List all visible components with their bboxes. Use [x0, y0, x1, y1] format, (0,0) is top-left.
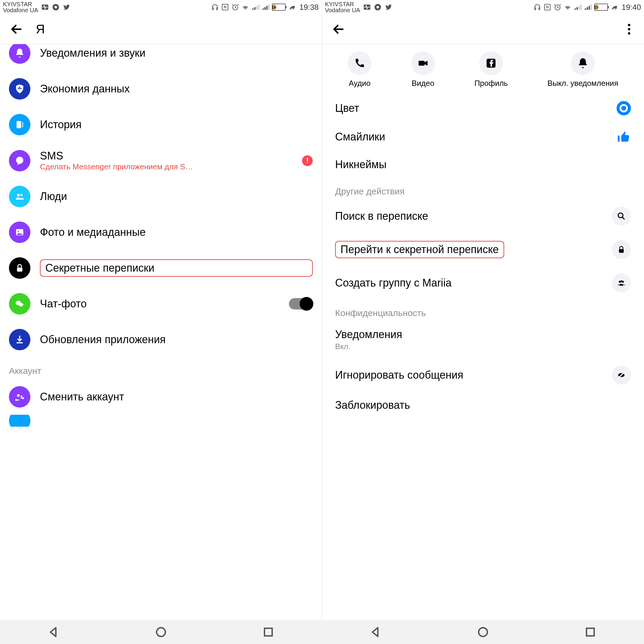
page-title: Я: [36, 22, 45, 36]
row-ignore[interactable]: Игнорировать сообщения: [322, 358, 644, 392]
row-block[interactable]: Заблокировать: [322, 392, 644, 419]
action-profile[interactable]: Профиль: [474, 51, 508, 88]
shield-icon: [9, 78, 30, 100]
item-sms[interactable]: SMS Сделать Messenger приложением для S……: [0, 143, 322, 179]
row-secret-conversation[interactable]: Перейти к секретной переписке: [322, 233, 644, 266]
svg-rect-16: [17, 268, 22, 272]
bell-icon: [571, 51, 595, 75]
svg-text:N: N: [546, 5, 549, 9]
item-story[interactable]: История: [0, 107, 322, 143]
svg-point-13: [20, 194, 23, 196]
svg-rect-6: [18, 88, 19, 89]
section-account: Аккаунт: [0, 357, 322, 379]
svg-rect-7: [19, 87, 20, 89]
more-menu-button[interactable]: [623, 23, 635, 35]
action-audio[interactable]: Аудио: [348, 51, 371, 88]
nfc-icon: N: [544, 3, 551, 11]
setting-sublabel: Вкл.: [335, 342, 350, 351]
video-icon: [411, 51, 435, 75]
header-right: [322, 14, 644, 44]
carrier-label: KYIVSTAR Vodafone UA: [3, 1, 38, 13]
item-app-updates[interactable]: Обновления приложения: [0, 322, 322, 357]
setting-label: Цвет: [335, 102, 359, 114]
signal-1-icon: [574, 3, 582, 11]
setting-label: Перейти к секретной переписке: [340, 243, 499, 256]
row-notifications[interactable]: Уведомления Вкл.: [322, 321, 644, 358]
nav-back-button[interactable]: [369, 626, 382, 639]
lock-icon: [9, 257, 30, 279]
nav-home-button[interactable]: [476, 626, 490, 639]
item-secret-conversations[interactable]: Секретные переписки: [0, 250, 322, 286]
row-color[interactable]: Цвет: [322, 94, 644, 123]
battery-indicator: 15: [594, 4, 608, 11]
item-partial-bottom[interactable]: [0, 415, 322, 427]
item-chat-photo[interactable]: Чат-фото: [0, 286, 322, 322]
status-bar: KYIVSTAR Vodafone UA N 16 19:38: [0, 0, 322, 14]
chat-photo-toggle[interactable]: [289, 298, 313, 309]
signal-2-icon: [262, 3, 270, 11]
row-create-group[interactable]: Создать группу с Mariia: [322, 266, 644, 300]
chat-icon: [9, 150, 30, 171]
back-arrow-icon[interactable]: [9, 22, 24, 37]
action-label: Видео: [412, 79, 434, 88]
item-photos[interactable]: Фото и медиаданные: [0, 214, 322, 250]
battery-indicator: 16: [272, 4, 286, 11]
nav-recent-button[interactable]: [584, 626, 597, 639]
headphones-icon: [211, 3, 219, 11]
search-icon: [612, 207, 631, 226]
lock-icon: [612, 240, 631, 259]
svg-point-33: [620, 280, 623, 282]
svg-rect-9: [17, 121, 21, 128]
signal-2-icon: [584, 3, 592, 11]
setting-label: Создать группу с Mariia: [335, 277, 452, 289]
android-navbar: [0, 620, 644, 644]
item-label: Секретные переписки: [45, 262, 154, 274]
item-label: Сменить аккаунт: [40, 391, 313, 403]
item-label: Чат-фото: [40, 298, 279, 310]
people-icon: [9, 186, 30, 207]
chrome-icon: [52, 3, 60, 11]
settings-list: Уведомления и звуки Экономия данных Исто…: [0, 44, 322, 620]
svg-point-20: [21, 396, 22, 397]
alarm-icon: [554, 3, 561, 11]
action-label: Аудио: [349, 79, 371, 88]
item-data-saver[interactable]: Экономия данных: [0, 71, 322, 107]
row-search[interactable]: Поиск в переписке: [322, 199, 644, 233]
back-arrow-icon[interactable]: [331, 22, 346, 37]
item-switch-account[interactable]: Сменить аккаунт: [0, 379, 322, 415]
svg-rect-30: [619, 249, 624, 253]
item-notifications[interactable]: Уведомления и звуки: [0, 44, 322, 71]
alarm-icon: [231, 3, 239, 11]
leaf-icon: [288, 3, 296, 11]
clock: 19:40: [622, 3, 641, 12]
item-people[interactable]: Люди: [0, 179, 322, 214]
nfc-icon: N: [221, 3, 229, 11]
phone-left: KYIVSTAR Vodafone UA N 16 19:38 Я: [0, 0, 322, 620]
svg-point-23: [377, 6, 379, 9]
setting-label: Уведомления: [335, 328, 402, 341]
action-video[interactable]: Видео: [411, 51, 435, 88]
nav-home-button[interactable]: [154, 626, 168, 639]
download-icon: [9, 329, 30, 350]
phone-right: KYIVSTAR Vodafone UA N 15 19:40: [322, 0, 644, 620]
leaf-icon: [610, 3, 618, 11]
row-emoji[interactable]: Смайлики: [322, 123, 644, 151]
action-mute[interactable]: Выкл. уведомления: [547, 51, 618, 88]
item-label: Уведомления и звуки: [40, 47, 313, 59]
ignore-icon: [612, 366, 631, 385]
twitter-icon: [63, 3, 70, 11]
alert-badge-icon: !: [302, 155, 313, 166]
switch-icon: [9, 386, 30, 408]
nav-back-button[interactable]: [47, 626, 60, 639]
setting-label: Заблокировать: [335, 399, 410, 411]
item-label: Экономия данных: [40, 83, 313, 95]
header-left: Я: [0, 14, 322, 44]
item-label: SMS: [40, 150, 292, 162]
row-nicknames[interactable]: Никнеймы: [322, 151, 644, 178]
phone-icon: [348, 51, 371, 75]
section-other-actions: Другие действия: [322, 178, 644, 199]
svg-point-18: [19, 303, 23, 306]
nav-recent-button[interactable]: [262, 626, 275, 639]
clock: 19:38: [299, 3, 319, 12]
svg-point-12: [17, 194, 20, 196]
